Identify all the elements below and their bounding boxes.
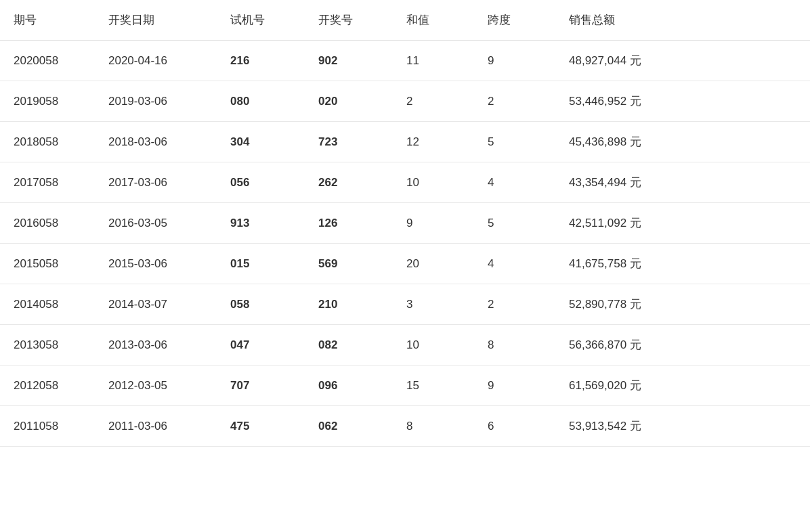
cell-qihao: 2015058 <box>0 244 95 284</box>
cell-kuadu: 2 <box>474 284 555 325</box>
header-qihao: 期号 <box>0 0 95 41</box>
header-shiji: 试机号 <box>217 0 305 41</box>
cell-kaij: 210 <box>305 284 393 325</box>
cell-qihao: 2011058 <box>0 406 95 447</box>
cell-sale: 56,366,870 元 <box>555 325 810 365</box>
cell-sale: 53,913,542 元 <box>555 406 810 447</box>
cell-kuadu: 4 <box>474 244 555 284</box>
cell-kaij: 062 <box>305 406 393 447</box>
cell-kuadu: 8 <box>474 325 555 365</box>
cell-date: 2014-03-07 <box>95 284 217 325</box>
table-row: 20190582019-03-060800202253,446,952 元 <box>0 81 810 122</box>
cell-kaij: 126 <box>305 203 393 244</box>
cell-shiji: 304 <box>217 122 305 162</box>
cell-sale: 52,890,778 元 <box>555 284 810 325</box>
header-date: 开奖日期 <box>95 0 217 41</box>
cell-kaij: 020 <box>305 81 393 122</box>
cell-sale: 61,569,020 元 <box>555 365 810 406</box>
cell-kaij: 082 <box>305 325 393 365</box>
cell-date: 2020-04-16 <box>95 41 217 81</box>
cell-date: 2011-03-06 <box>95 406 217 447</box>
cell-shiji: 216 <box>217 41 305 81</box>
cell-shiji: 047 <box>217 325 305 365</box>
cell-hezhi: 9 <box>393 203 474 244</box>
cell-hezhi: 10 <box>393 162 474 203</box>
table-row: 20120582012-03-0570709615961,569,020 元 <box>0 365 810 406</box>
cell-date: 2018-03-06 <box>95 122 217 162</box>
cell-hezhi: 8 <box>393 406 474 447</box>
cell-date: 2015-03-06 <box>95 244 217 284</box>
cell-qihao: 2017058 <box>0 162 95 203</box>
cell-hezhi: 3 <box>393 284 474 325</box>
table-row: 20110582011-03-064750628653,913,542 元 <box>0 406 810 447</box>
header-hezhi: 和值 <box>393 0 474 41</box>
cell-qihao: 2018058 <box>0 122 95 162</box>
cell-shiji: 080 <box>217 81 305 122</box>
lottery-table-container: 期号 开奖日期 试机号 开奖号 和值 跨度 销售总额 20200582020-0… <box>0 0 810 447</box>
cell-date: 2017-03-06 <box>95 162 217 203</box>
cell-shiji: 475 <box>217 406 305 447</box>
cell-kuadu: 4 <box>474 162 555 203</box>
cell-kuadu: 2 <box>474 81 555 122</box>
cell-hezhi: 2 <box>393 81 474 122</box>
cell-sale: 45,436,898 元 <box>555 122 810 162</box>
cell-sale: 48,927,044 元 <box>555 41 810 81</box>
cell-date: 2012-03-05 <box>95 365 217 406</box>
table-row: 20160582016-03-059131269542,511,092 元 <box>0 203 810 244</box>
cell-kaij: 262 <box>305 162 393 203</box>
cell-kaij: 723 <box>305 122 393 162</box>
cell-kuadu: 9 <box>474 41 555 81</box>
cell-qihao: 2016058 <box>0 203 95 244</box>
cell-qihao: 2014058 <box>0 284 95 325</box>
cell-date: 2013-03-06 <box>95 325 217 365</box>
cell-kaij: 096 <box>305 365 393 406</box>
cell-shiji: 015 <box>217 244 305 284</box>
cell-kaij: 902 <box>305 41 393 81</box>
cell-sale: 43,354,494 元 <box>555 162 810 203</box>
cell-sale: 41,675,758 元 <box>555 244 810 284</box>
cell-kaij: 569 <box>305 244 393 284</box>
lottery-table: 期号 开奖日期 试机号 开奖号 和值 跨度 销售总额 20200582020-0… <box>0 0 810 447</box>
cell-kuadu: 5 <box>474 122 555 162</box>
table-row: 20150582015-03-0601556920441,675,758 元 <box>0 244 810 284</box>
table-row: 20130582013-03-0604708210856,366,870 元 <box>0 325 810 365</box>
header-kaij: 开奖号 <box>305 0 393 41</box>
cell-qihao: 2020058 <box>0 41 95 81</box>
cell-date: 2019-03-06 <box>95 81 217 122</box>
cell-kuadu: 5 <box>474 203 555 244</box>
cell-qihao: 2013058 <box>0 325 95 365</box>
cell-shiji: 056 <box>217 162 305 203</box>
cell-kuadu: 6 <box>474 406 555 447</box>
table-row: 20140582014-03-070582103252,890,778 元 <box>0 284 810 325</box>
cell-hezhi: 12 <box>393 122 474 162</box>
cell-hezhi: 15 <box>393 365 474 406</box>
cell-shiji: 058 <box>217 284 305 325</box>
cell-sale: 42,511,092 元 <box>555 203 810 244</box>
cell-kuadu: 9 <box>474 365 555 406</box>
cell-hezhi: 20 <box>393 244 474 284</box>
cell-qihao: 2019058 <box>0 81 95 122</box>
cell-shiji: 707 <box>217 365 305 406</box>
cell-shiji: 913 <box>217 203 305 244</box>
table-row: 20200582020-04-1621690211948,927,044 元 <box>0 41 810 81</box>
cell-date: 2016-03-05 <box>95 203 217 244</box>
cell-hezhi: 10 <box>393 325 474 365</box>
table-row: 20170582017-03-0605626210443,354,494 元 <box>0 162 810 203</box>
header-sale: 销售总额 <box>555 0 810 41</box>
cell-qihao: 2012058 <box>0 365 95 406</box>
cell-hezhi: 11 <box>393 41 474 81</box>
cell-sale: 53,446,952 元 <box>555 81 810 122</box>
table-header-row: 期号 开奖日期 试机号 开奖号 和值 跨度 销售总额 <box>0 0 810 41</box>
table-row: 20180582018-03-0630472312545,436,898 元 <box>0 122 810 162</box>
header-kuadu: 跨度 <box>474 0 555 41</box>
